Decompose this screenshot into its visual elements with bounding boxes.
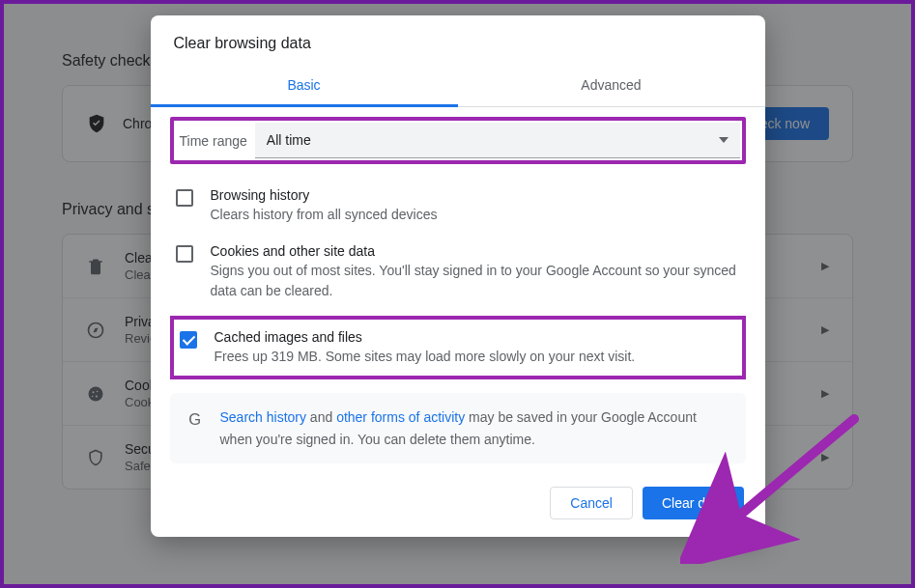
- checkbox-browsing-history[interactable]: [176, 189, 193, 207]
- clear-browsing-data-dialog: Clear browsing data Basic Advanced Time …: [151, 15, 765, 537]
- option-cookies[interactable]: Cookies and other site data Signs you ou…: [170, 234, 746, 310]
- dialog-tabs: Basic Advanced: [151, 66, 765, 107]
- dialog-title: Clear browsing data: [151, 15, 765, 66]
- option-desc: Clears history from all synced devices: [211, 205, 740, 224]
- option-cached-images[interactable]: Cached images and files Frees up 319 MB.…: [170, 316, 746, 379]
- google-g-icon: G G: [186, 408, 207, 430]
- dialog-actions: Cancel Clear data: [151, 473, 765, 537]
- google-account-notice: G G Search history and other forms of ac…: [170, 393, 746, 463]
- option-desc: Signs you out of most sites. You'll stay…: [211, 261, 740, 300]
- time-range-label: Time range: [176, 133, 255, 149]
- option-title: Cached images and files: [214, 329, 736, 345]
- dropdown-caret-icon: [719, 137, 729, 143]
- cancel-button[interactable]: Cancel: [550, 487, 633, 519]
- modal-overlay: Clear browsing data Basic Advanced Time …: [4, 4, 911, 584]
- option-title: Browsing history: [211, 187, 740, 203]
- svg-text:G: G: [188, 410, 201, 428]
- notice-text: Search history and other forms of activi…: [220, 406, 730, 450]
- tab-advanced[interactable]: Advanced: [458, 66, 765, 106]
- checkbox-cached-images[interactable]: [180, 331, 197, 349]
- option-browsing-history[interactable]: Browsing history Clears history from all…: [170, 178, 746, 234]
- time-range-row: Time range All time: [170, 117, 746, 164]
- time-range-value: All time: [267, 132, 311, 148]
- search-history-link[interactable]: Search history: [220, 409, 306, 425]
- option-desc: Frees up 319 MB. Some sites may load mor…: [214, 347, 736, 366]
- tab-basic[interactable]: Basic: [151, 66, 458, 106]
- checkbox-cookies[interactable]: [176, 245, 193, 263]
- time-range-select[interactable]: All time: [255, 123, 740, 158]
- clear-data-button[interactable]: Clear data: [643, 487, 744, 519]
- option-title: Cookies and other site data: [211, 243, 740, 259]
- other-activity-link[interactable]: other forms of activity: [336, 409, 465, 425]
